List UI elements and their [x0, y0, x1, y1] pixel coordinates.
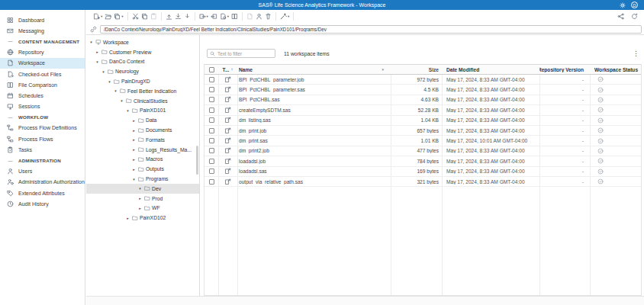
row-checkbox[interactable]	[209, 87, 214, 92]
row-checkbox[interactable]	[209, 128, 214, 133]
collapsed-expander-icon[interactable]: ▸	[125, 216, 130, 220]
file-name-link[interactable]: dm_print.job	[239, 128, 266, 133]
row-checkbox[interactable]	[209, 138, 214, 143]
tree-node-documents[interactable]: ▸ Documents	[86, 125, 199, 135]
tree-node-dev[interactable]: ▾ Dev	[86, 184, 199, 194]
tree-node-workspace[interactable]: ▾ Workspace	[86, 37, 199, 47]
file-name-link[interactable]: loadadsl.job	[239, 159, 266, 164]
tree-node-customer-preview[interactable]: ▸ Customer Preview	[86, 47, 199, 57]
check-in-button[interactable]	[211, 13, 217, 20]
select-all-checkbox[interactable]	[209, 67, 214, 72]
upload-button[interactable]	[166, 13, 172, 20]
file-name-link[interactable]: output_via_relative_path.sas	[239, 179, 303, 185]
row-checkbox[interactable]	[209, 148, 214, 153]
column-menu-caret-icon[interactable]: ▾	[382, 67, 384, 72]
sidebar-item-schedules[interactable]: Schedules	[0, 90, 85, 101]
expanded-expander-icon[interactable]: ▾	[107, 79, 112, 84]
properties-button[interactable]	[246, 13, 253, 20]
file-name-link[interactable]: BPI_PctCHBL_parameter.job	[239, 77, 304, 82]
check-out-button[interactable]: ▾	[199, 13, 208, 20]
tree-node-formats[interactable]: ▸ Formats	[86, 135, 199, 145]
collapsed-expander-icon[interactable]: ▸	[137, 196, 143, 201]
row-checkbox[interactable]	[209, 77, 214, 82]
file-name-link[interactable]: createEmptySDTM.sas	[239, 108, 291, 113]
expanded-expander-icon[interactable]: ▾	[137, 186, 143, 191]
sidebar-item-checked-out-files[interactable]: Checked-out Files	[0, 69, 85, 79]
file-name-link[interactable]: BPI_PctCHBL_parameter.sas	[239, 87, 305, 92]
horizontal-scrollbar-track[interactable]	[86, 296, 644, 305]
table-row[interactable]: loadadsl.job 784 bytes May 17, 2024, 8:3…	[204, 156, 641, 166]
column-header-date-modified[interactable]: Date Modified	[442, 67, 539, 72]
file-name-link[interactable]: dm_print.sas	[239, 138, 268, 143]
tree-node-clinicalstudies[interactable]: ▾ ClinicalStudies	[86, 96, 199, 106]
sidebar-item-workspace[interactable]: Workspace	[0, 58, 85, 69]
tree-node-neurology[interactable]: ▾ Neurology	[86, 66, 199, 76]
table-row[interactable]: dm_listing.sas 1.04 KB May 17, 2024, 8:3…	[204, 116, 641, 126]
share-button[interactable]	[617, 13, 624, 20]
cut-button[interactable]	[132, 13, 139, 20]
sidebar-item-dashboard[interactable]: Dashboard	[0, 14, 85, 25]
tree-node-prod[interactable]: ▸ Prod	[86, 194, 199, 204]
collapsed-expander-icon[interactable]: ▸	[137, 206, 143, 210]
row-checkbox[interactable]	[209, 169, 214, 174]
column-header-repository-version[interactable]: Repository Version	[539, 67, 590, 72]
row-checkbox[interactable]	[209, 179, 214, 185]
open-folder-button[interactable]	[105, 13, 111, 20]
sidebar-item-audit-history[interactable]: Audit History	[0, 198, 85, 209]
row-checkbox[interactable]	[209, 117, 214, 123]
filter-search-box[interactable]	[207, 49, 275, 58]
column-header-name[interactable]: Name ▾	[237, 67, 391, 72]
export-button[interactable]	[184, 13, 191, 20]
expanded-expander-icon[interactable]: ▾	[131, 177, 137, 181]
table-row[interactable]: createEmptySDTM.sas 52.28 KB May 17, 202…	[204, 105, 641, 115]
column-header-workspace-status[interactable]: Workspace Status	[590, 67, 642, 72]
row-checkbox[interactable]	[209, 108, 214, 113]
file-name-link[interactable]: BPI_PctCHBL.sas	[239, 97, 280, 102]
table-row[interactable]: BPI_PctCHBL_parameter.job 972 bytes May …	[204, 75, 641, 85]
settings-gear-icon[interactable]	[620, 2, 626, 8]
sidebar-item-tasks[interactable]: Tasks	[0, 144, 85, 155]
table-row[interactable]: dm_print.sas 1.01 KB May 17, 2024, 10:01…	[204, 136, 641, 146]
expanded-expander-icon[interactable]: ▾	[113, 88, 118, 93]
tree-node-outputs[interactable]: ▸ Outputs	[86, 164, 199, 174]
file-name-link[interactable]: loadadsl.sas	[239, 169, 267, 174]
copy-items-button[interactable]: ▾	[114, 13, 123, 20]
collapsed-expander-icon[interactable]: ▸	[131, 137, 137, 142]
sidebar-item-extended-attributes[interactable]: Extended Attributes	[0, 188, 85, 198]
permissions-button[interactable]	[256, 13, 262, 20]
table-row[interactable]: dm_print.job 657 bytes May 17, 2024, 8:3…	[204, 126, 641, 136]
sidebar-item-process-flow-definitions[interactable]: Process Flow Definitions	[0, 123, 85, 133]
refresh-button[interactable]	[631, 13, 638, 20]
expanded-expander-icon[interactable]: ▾	[125, 108, 130, 113]
filter-input[interactable]	[217, 51, 271, 56]
tree-node-paindrugxd[interactable]: ▾ PainDrugXD	[86, 76, 199, 86]
tree-node-danco-context[interactable]: ▾ DanCo Context	[86, 57, 199, 67]
column-header-type[interactable]: T... ↑	[218, 67, 237, 72]
row-checkbox[interactable]	[209, 159, 214, 164]
expanded-expander-icon[interactable]: ▾	[119, 98, 124, 103]
tree-vertical-scrollbar-thumb[interactable]	[196, 146, 198, 175]
sidebar-item-file-comparison[interactable]: File Comparison	[0, 79, 85, 90]
table-row[interactable]: output_via_relative_path.sas 321 bytes M…	[204, 177, 641, 187]
sidebar-item-users[interactable]: Users	[0, 166, 85, 177]
workflow-actions-button[interactable]: ▾	[280, 13, 289, 20]
tree-node-wf[interactable]: ▸ WF	[86, 204, 199, 214]
expanded-expander-icon[interactable]: ▾	[95, 59, 100, 64]
new-item-button[interactable]: ▾	[93, 13, 102, 20]
more-options-kebab-icon[interactable]: ⋮	[633, 49, 639, 58]
tree-node-programs[interactable]: ▾ Programs	[86, 174, 199, 184]
delete-button[interactable]	[265, 13, 272, 20]
paste-button[interactable]	[150, 13, 157, 20]
collapsed-expander-icon[interactable]: ▸	[131, 157, 137, 162]
download-button[interactable]	[175, 13, 182, 20]
column-header-size[interactable]: Size	[391, 67, 442, 72]
collapsed-expander-icon[interactable]: ▸	[131, 128, 137, 133]
path-input[interactable]	[100, 25, 642, 34]
version-button[interactable]: ▾	[220, 13, 229, 20]
sidebar-item-repository[interactable]: Repository	[0, 47, 85, 58]
file-name-link[interactable]: dm_print2.job	[239, 148, 269, 153]
copy-button[interactable]	[141, 13, 148, 20]
tree-node-feel-better-indication[interactable]: ▾ Feel Better Indication	[86, 86, 199, 96]
sidebar-item-process-flows[interactable]: Process Flows	[0, 133, 85, 144]
expanded-expander-icon[interactable]: ▾	[89, 40, 94, 44]
